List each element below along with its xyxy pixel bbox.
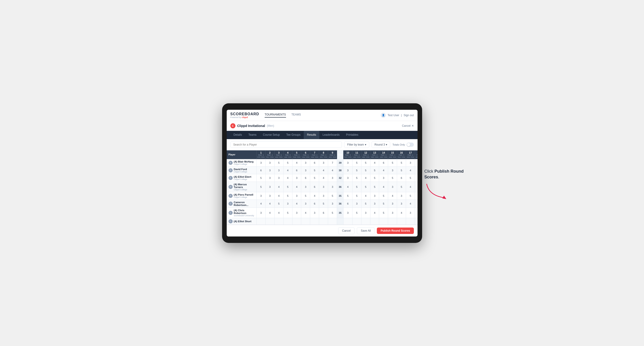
- hole-12-score[interactable]: 5: [361, 199, 370, 207]
- hole-2-score[interactable]: 3: [265, 174, 274, 181]
- hole-14-score[interactable]: 6: [379, 159, 388, 167]
- tab-leaderboards[interactable]: Leaderboards: [319, 131, 343, 139]
- hole-14-score[interactable]: 5: [379, 207, 388, 218]
- hole-5-score[interactable]: 3: [292, 192, 301, 199]
- hole-17-score[interactable]: [406, 218, 415, 224]
- tab-results[interactable]: Results: [304, 131, 319, 139]
- hole-4-score[interactable]: 4: [283, 174, 292, 181]
- hole-7-score[interactable]: 6: [310, 199, 319, 207]
- sign-out-link[interactable]: Sign out: [404, 114, 414, 117]
- hole-4-score[interactable]: 5: [283, 181, 292, 192]
- cancel-footer-button[interactable]: Cancel: [338, 227, 354, 234]
- hole-4-score[interactable]: [283, 218, 292, 224]
- hole-9-score[interactable]: 3: [328, 181, 337, 192]
- search-input[interactable]: [230, 142, 342, 148]
- hole-5-score[interactable]: 3: [292, 207, 301, 218]
- hole-3-score[interactable]: 5: [274, 159, 283, 167]
- hole-18-score[interactable]: 6: [415, 192, 417, 199]
- nav-link-teams[interactable]: TEAMS: [292, 113, 301, 118]
- hole-9-score[interactable]: 7: [328, 159, 337, 167]
- hole-6-score[interactable]: [301, 218, 310, 224]
- hole-11-score[interactable]: 5: [352, 159, 361, 167]
- hole-12-score[interactable]: 5: [361, 181, 370, 192]
- hole-17-score[interactable]: 3: [406, 207, 415, 218]
- hole-16-score[interactable]: 5: [397, 181, 406, 192]
- hole-10-score[interactable]: 3: [343, 159, 352, 167]
- hole-9-score[interactable]: 3: [328, 199, 337, 207]
- hole-18-score[interactable]: 4: [415, 174, 417, 181]
- hole-2-score[interactable]: 4: [265, 199, 274, 207]
- hole-9-score[interactable]: 3: [328, 174, 337, 181]
- hole-4-score[interactable]: 3: [283, 199, 292, 207]
- hole-15-score[interactable]: 3: [388, 167, 397, 174]
- hole-12-score[interactable]: 5: [361, 159, 370, 167]
- hole-14-score[interactable]: 5: [379, 192, 388, 199]
- hole-5-score[interactable]: [292, 218, 301, 224]
- hole-6-score[interactable]: 4: [301, 207, 310, 218]
- hole-15-score[interactable]: 3: [388, 199, 397, 207]
- hole-11-score[interactable]: 5: [352, 174, 361, 181]
- hole-16-score[interactable]: [397, 218, 406, 224]
- hole-13-score[interactable]: 3: [370, 199, 379, 207]
- hole-12-score[interactable]: 4: [361, 192, 370, 199]
- hole-1-score[interactable]: 5: [256, 174, 266, 181]
- hole-14-score[interactable]: 4: [379, 181, 388, 192]
- hole-7-score[interactable]: 6: [310, 181, 319, 192]
- hole-2-score[interactable]: 3: [265, 181, 274, 192]
- hole-15-score[interactable]: 5: [388, 159, 397, 167]
- hole-6-score[interactable]: 5: [301, 192, 310, 199]
- hole-18-score[interactable]: 3: [415, 167, 417, 174]
- hole-4-score[interactable]: 5: [283, 192, 292, 199]
- hole-17-score[interactable]: 3: [406, 159, 415, 167]
- filter-team-select[interactable]: Filter by team ▾: [344, 142, 369, 148]
- hole-7-score[interactable]: 3: [310, 207, 319, 218]
- tab-teams[interactable]: Teams: [245, 131, 260, 139]
- hole-8-score[interactable]: 6: [319, 207, 328, 218]
- hole-15-score[interactable]: 3: [388, 207, 397, 218]
- publish-round-scores-button[interactable]: Publish Round Scores: [377, 227, 414, 234]
- nav-link-tournaments[interactable]: TOURNAMENTS: [265, 113, 286, 118]
- hole-1-score[interactable]: [256, 218, 266, 224]
- hole-1-score[interactable]: 6: [256, 167, 266, 174]
- tab-details[interactable]: Details: [230, 131, 245, 139]
- hole-2-score[interactable]: 3: [265, 159, 274, 167]
- hole-16-score[interactable]: 4: [397, 207, 406, 218]
- hole-13-score[interactable]: 3: [370, 192, 379, 199]
- hole-12-score[interactable]: [361, 218, 370, 224]
- tab-course-setup[interactable]: Course Setup: [260, 131, 283, 139]
- hole-2-score[interactable]: 4: [265, 207, 274, 218]
- hole-14-score[interactable]: 5: [379, 199, 388, 207]
- hole-7-score[interactable]: 6: [310, 159, 319, 167]
- hole-12-score[interactable]: 5: [361, 167, 370, 174]
- hole-17-score[interactable]: 4: [406, 199, 415, 207]
- hole-8-score[interactable]: 3: [319, 159, 328, 167]
- hole-8-score[interactable]: [319, 218, 328, 224]
- tab-printables[interactable]: Printables: [343, 131, 362, 139]
- totals-only-toggle[interactable]: [406, 143, 414, 147]
- hole-15-score[interactable]: 4: [388, 192, 397, 199]
- hole-7-score[interactable]: [310, 218, 319, 224]
- cancel-header-button[interactable]: Cancel ✕: [402, 124, 414, 127]
- hole-16-score[interactable]: 3: [397, 199, 406, 207]
- hole-11-score[interactable]: 5: [352, 181, 361, 192]
- hole-3-score[interactable]: 4: [274, 207, 283, 218]
- hole-3-score[interactable]: 5: [274, 199, 283, 207]
- hole-16-score[interactable]: 3: [397, 192, 406, 199]
- hole-6-score[interactable]: 3: [301, 181, 310, 192]
- hole-18-score[interactable]: 3: [415, 207, 417, 218]
- hole-4-score[interactable]: 5: [283, 159, 292, 167]
- hole-5-score[interactable]: 4: [292, 181, 301, 192]
- hole-4-score[interactable]: 4: [283, 167, 292, 174]
- hole-18-score[interactable]: 3: [415, 199, 417, 207]
- hole-3-score[interactable]: 3: [274, 174, 283, 181]
- hole-13-score[interactable]: 4: [370, 207, 379, 218]
- hole-3-score[interactable]: 3: [274, 167, 283, 174]
- hole-5-score[interactable]: 4: [292, 159, 301, 167]
- hole-15-score[interactable]: 5: [388, 174, 397, 181]
- hole-7-score[interactable]: 4: [310, 192, 319, 199]
- hole-12-score[interactable]: 4: [361, 174, 370, 181]
- hole-17-score[interactable]: 4: [406, 181, 415, 192]
- hole-9-score[interactable]: 5: [328, 207, 337, 218]
- hole-8-score[interactable]: 3: [319, 181, 328, 192]
- hole-10-score[interactable]: 4: [343, 181, 352, 192]
